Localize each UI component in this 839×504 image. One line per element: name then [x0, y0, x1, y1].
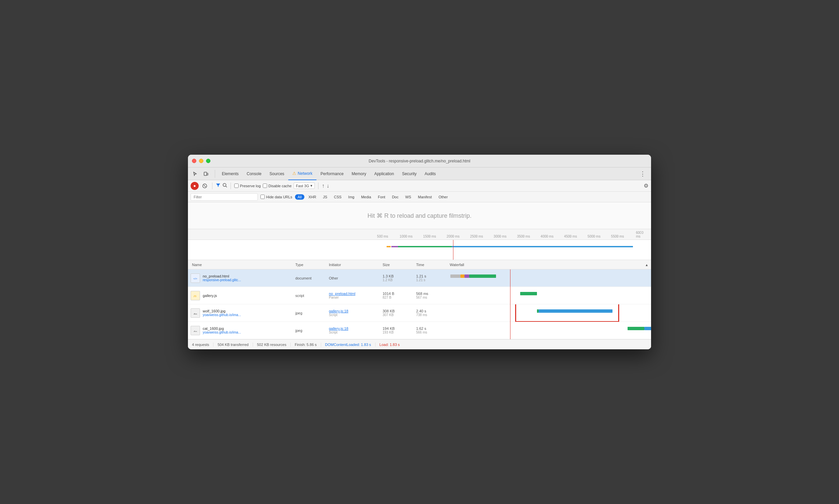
filter-input[interactable] [191, 193, 258, 201]
row-size: 1014 B 827 B [382, 292, 416, 299]
minimize-button[interactable] [199, 159, 203, 163]
search-icon[interactable] [222, 183, 227, 188]
tab-performance[interactable]: Performance [317, 167, 348, 180]
wf-bar-receive-js [520, 292, 537, 295]
row-name-cell: JS gallery.js [188, 291, 295, 300]
header-type[interactable]: Type [295, 263, 329, 267]
row-waterfall [450, 322, 651, 339]
filter-icon[interactable] [216, 183, 220, 188]
timeline-segment-blue [452, 246, 633, 247]
file-icon-img [191, 326, 200, 335]
header-name[interactable]: Name [188, 263, 295, 267]
filter-tag-other[interactable]: Other [436, 194, 451, 200]
filter-tag-media[interactable]: Media [358, 194, 374, 200]
cursor-icon[interactable] [191, 169, 200, 179]
preserve-log-input[interactable] [234, 183, 238, 188]
tick-500ms: 500 ms [377, 235, 388, 239]
close-button[interactable] [192, 159, 196, 163]
disable-cache-input[interactable] [263, 183, 267, 188]
svg-text:JS: JS [193, 294, 196, 298]
filter-tag-font[interactable]: Font [375, 194, 388, 200]
filter-tag-all[interactable]: All [295, 194, 304, 200]
svg-line-3 [204, 185, 206, 187]
wf-bar-connect [461, 274, 464, 278]
row-time: 1.21 s 1.21 s [416, 274, 450, 282]
filter-tag-js[interactable]: JS [320, 194, 330, 200]
tab-network[interactable]: ⚠ Network [288, 167, 317, 180]
row-name-text: wolf_1600.jpg yoavweiss.github.io/ima... [203, 309, 241, 317]
disable-cache-checkbox[interactable]: Disable cache [263, 183, 292, 188]
stop-button[interactable] [201, 182, 209, 190]
header-waterfall[interactable]: Waterfall ▲ [450, 263, 651, 267]
traffic-lights [192, 159, 210, 163]
filter-tag-img[interactable]: Img [346, 194, 357, 200]
throttle-selector[interactable]: Fast 3G ▾ [293, 182, 315, 189]
wf-bar-receive [469, 274, 496, 278]
header-time[interactable]: Time [416, 263, 450, 267]
waterfall-marker [510, 304, 511, 322]
wf-bar-b1 [539, 309, 612, 313]
row-time: 2.40 s 738 ms [416, 309, 450, 317]
tab-sources[interactable]: Sources [266, 167, 288, 180]
tick-4500ms: 4500 ms [564, 235, 577, 239]
row-type: document [295, 276, 329, 280]
tick-1000ms: 1000 ms [400, 235, 412, 239]
tab-elements[interactable]: Elements [218, 167, 243, 180]
device-icon[interactable] [201, 169, 211, 179]
filter-tag-ws[interactable]: WS [403, 194, 414, 200]
filter-tag-doc[interactable]: Doc [389, 194, 401, 200]
preserve-log-checkbox[interactable]: Preserve log [234, 183, 261, 188]
requests-table: Name Type Initiator Size Time Waterfall … [188, 260, 651, 339]
wf-bar-send [464, 274, 469, 278]
status-transferred: 504 KB transferred [213, 343, 253, 347]
svg-line-5 [226, 186, 227, 187]
row-time: 1.62 s 566 ms [416, 326, 450, 334]
hide-data-urls-checkbox[interactable]: Hide data URLs [261, 195, 292, 199]
more-options-icon[interactable]: ⋮ [637, 170, 648, 178]
hide-data-urls-input[interactable] [261, 195, 265, 199]
filter-tag-xhr[interactable]: XHR [306, 194, 319, 200]
table-row[interactable]: wolf_1600.jpg yoavweiss.github.io/ima...… [188, 304, 651, 322]
header-size[interactable]: Size [382, 263, 416, 267]
tick-5500ms: 5500 ms [611, 235, 624, 239]
table-row[interactable]: </> no_preload.html responsive-preload.g… [188, 269, 651, 287]
status-load: Load: 1.83 s [376, 343, 404, 347]
record-button[interactable]: ● [191, 182, 199, 190]
row-size: 1.3 KB 1.2 KB [382, 274, 416, 282]
tab-application[interactable]: Application [370, 167, 398, 180]
file-icon-js: JS [191, 291, 200, 300]
tab-audits[interactable]: Audits [421, 167, 440, 180]
toolbar-right: ⚙ [644, 182, 648, 189]
row-name-text: cat_1600.jpg yoavweiss.github.io/ima... [203, 326, 241, 334]
tab-console[interactable]: Console [243, 167, 266, 180]
row-name-cell: </> no_preload.html responsive-preload.g… [188, 273, 295, 283]
waterfall-marker [510, 287, 511, 304]
row-time: 568 ms 567 ms [416, 292, 450, 299]
toolbar-separator-3 [318, 182, 319, 189]
table-row[interactable]: JS gallery.js script no_preload.html Par… [188, 287, 651, 304]
tick-3000ms: 3000 ms [494, 235, 506, 239]
upload-button[interactable]: ↑ [322, 183, 324, 189]
row-name-text: gallery.js [203, 294, 217, 298]
filter-tag-manifest[interactable]: Manifest [415, 194, 434, 200]
row-name-text: no_preload.html responsive-preload.glitc… [203, 274, 241, 282]
row-type: script [295, 294, 329, 298]
status-bar: 4 requests 504 KB transferred 502 KB res… [188, 339, 651, 349]
row-type: jpeg [295, 328, 329, 332]
status-finish: Finish: 5.86 s [291, 343, 321, 347]
maximize-button[interactable] [206, 159, 210, 163]
row-initiator: no_preload.html Parser [329, 292, 382, 299]
settings-icon[interactable]: ⚙ [644, 183, 648, 188]
tab-memory[interactable]: Memory [348, 167, 370, 180]
tab-security[interactable]: Security [398, 167, 421, 180]
nav-tabs-right: ⋮ [637, 170, 648, 178]
svg-point-4 [223, 183, 226, 186]
header-initiator[interactable]: Initiator [329, 263, 382, 267]
row-size: 308 KB 307 KB [382, 309, 416, 317]
download-button[interactable]: ↓ [326, 183, 329, 189]
row-type: jpeg [295, 311, 329, 315]
row-waterfall [450, 304, 651, 322]
row-initiator: Other [329, 276, 382, 280]
table-row[interactable]: cat_1600.jpg yoavweiss.github.io/ima... … [188, 322, 651, 339]
filter-tag-css[interactable]: CSS [331, 194, 344, 200]
